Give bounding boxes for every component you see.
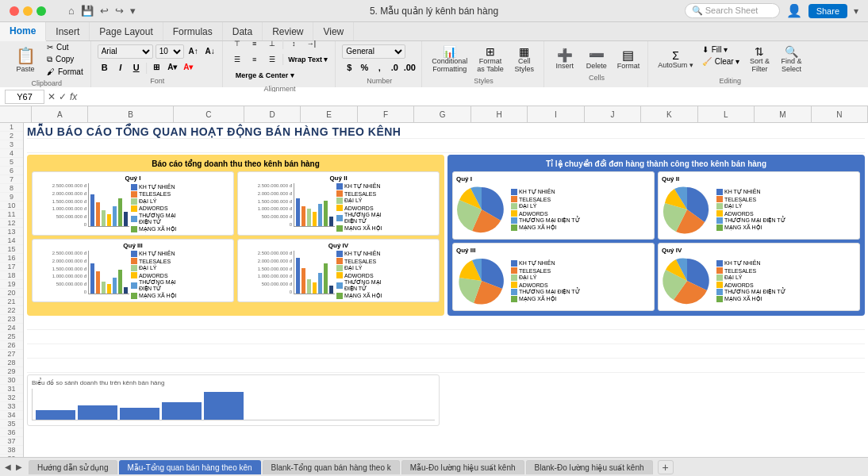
- number-format-select[interactable]: General: [342, 44, 405, 59]
- align-left-button[interactable]: ☰: [229, 52, 245, 67]
- font-size-select[interactable]: 10: [156, 44, 184, 59]
- row-num-35[interactable]: 35: [0, 420, 23, 428]
- row-num-28[interactable]: 28: [0, 359, 23, 367]
- tab-scroll-right[interactable]: ▶: [14, 463, 24, 471]
- tab-scroll-left[interactable]: ◀: [3, 463, 13, 471]
- undo-icon[interactable]: ↩: [100, 5, 109, 17]
- row-num-31[interactable]: 31: [0, 385, 23, 393]
- wrap-text-button[interactable]: Wrap Text ▾: [286, 52, 330, 67]
- fill-button[interactable]: ⬇ Fill ▾: [700, 44, 743, 55]
- sheet-tab-2[interactable]: Mẫu-Tổng quan bán hàng theo kên: [119, 460, 261, 474]
- increase-font-button[interactable]: A↑: [186, 44, 201, 59]
- col-header-m[interactable]: M: [755, 106, 811, 122]
- border-button[interactable]: ⊞: [149, 60, 163, 75]
- col-header-c[interactable]: C: [174, 106, 244, 122]
- autosum-button[interactable]: Σ AutoSum ▾: [655, 44, 697, 75]
- row-num-16[interactable]: 16: [0, 254, 23, 263]
- tab-page-layout[interactable]: Page Layout: [90, 22, 163, 40]
- row-num-5[interactable]: 5: [0, 158, 23, 167]
- home-icon[interactable]: ⌂: [68, 5, 75, 17]
- format-button[interactable]: ▤ Format: [614, 48, 643, 71]
- row-num-25[interactable]: 25: [0, 332, 23, 341]
- align-top-button[interactable]: ⊤: [229, 36, 245, 51]
- row-num-9[interactable]: 9: [0, 193, 23, 202]
- align-bottom-button[interactable]: ⊥: [264, 36, 280, 51]
- tab-formulas[interactable]: Formulas: [163, 22, 223, 40]
- cancel-formula-icon[interactable]: ✕: [48, 91, 56, 102]
- row-num-33[interactable]: 33: [0, 402, 23, 411]
- row-num-21[interactable]: 21: [0, 298, 23, 306]
- currency-button[interactable]: $: [342, 60, 356, 75]
- insert-button[interactable]: ➕ Insert: [551, 48, 579, 71]
- sheet-tab-4[interactable]: Mẫu-Đo lường hiệu suất kênh: [401, 460, 524, 474]
- row-num-38[interactable]: 38: [0, 446, 23, 455]
- insert-function-icon[interactable]: fx: [70, 91, 77, 102]
- col-header-k[interactable]: K: [641, 106, 697, 122]
- col-header-e[interactable]: E: [301, 106, 357, 122]
- row-num-14[interactable]: 14: [0, 236, 23, 245]
- decrease-decimal-button[interactable]: .0: [387, 60, 401, 75]
- bold-button[interactable]: B: [98, 60, 112, 75]
- row-num-7[interactable]: 7: [0, 175, 23, 184]
- row-num-3[interactable]: 3: [0, 140, 23, 149]
- decrease-font-button[interactable]: A↓: [203, 44, 217, 59]
- row-num-18[interactable]: 18: [0, 271, 23, 280]
- sort-filter-button[interactable]: ⇅ Sort & Filter: [745, 44, 774, 75]
- col-header-a[interactable]: A: [32, 106, 88, 122]
- row-num-10[interactable]: 10: [0, 202, 23, 210]
- row-num-8[interactable]: 8: [0, 184, 23, 193]
- cell-styles-button[interactable]: ▦ Cell Styles: [510, 44, 539, 75]
- close-button[interactable]: [10, 6, 19, 16]
- maximize-button[interactable]: [36, 6, 46, 16]
- fill-color-button[interactable]: A▾: [165, 60, 179, 75]
- row-num-15[interactable]: 15: [0, 245, 23, 254]
- conditional-formatting-button[interactable]: 📊 Conditional Formatting: [428, 44, 470, 75]
- merge-center-button[interactable]: Merge & Center ▾: [229, 68, 301, 83]
- row-num-29[interactable]: 29: [0, 367, 23, 376]
- tab-insert[interactable]: Insert: [46, 22, 90, 40]
- more-icon[interactable]: ▾: [130, 5, 136, 17]
- row-num-24[interactable]: 24: [0, 324, 23, 332]
- save-icon[interactable]: 💾: [81, 5, 94, 17]
- text-direction-button[interactable]: ↕: [286, 36, 301, 51]
- align-middle-button[interactable]: ≡: [247, 36, 263, 51]
- col-header-n[interactable]: N: [812, 106, 868, 122]
- row-num-34[interactable]: 34: [0, 411, 23, 420]
- search-box[interactable]: 🔍 Search Sheet: [685, 3, 780, 18]
- find-select-button[interactable]: 🔍 Find & Select: [777, 44, 805, 75]
- col-header-g[interactable]: G: [414, 106, 470, 122]
- confirm-formula-icon[interactable]: ✓: [59, 91, 67, 102]
- row-num-37[interactable]: 37: [0, 437, 23, 446]
- tab-home[interactable]: Home: [0, 22, 46, 41]
- formula-input[interactable]: [80, 92, 863, 102]
- minimize-button[interactable]: [23, 6, 33, 16]
- row-num-2[interactable]: 2: [0, 132, 23, 140]
- row-num-22[interactable]: 22: [0, 306, 23, 315]
- row-num-20[interactable]: 20: [0, 289, 23, 298]
- underline-button[interactable]: U: [129, 60, 144, 75]
- copy-button[interactable]: ⧉ Copy: [44, 54, 86, 65]
- add-sheet-button[interactable]: +: [658, 460, 674, 474]
- cut-button[interactable]: ✂ Cut: [44, 42, 86, 52]
- indent-button[interactable]: →|: [303, 36, 319, 51]
- row-num-23[interactable]: 23: [0, 315, 23, 324]
- font-color-button[interactable]: A▾: [181, 60, 195, 75]
- percent-button[interactable]: %: [357, 60, 371, 75]
- cell-reference-input[interactable]: [5, 90, 44, 104]
- redo-icon[interactable]: ↪: [115, 5, 124, 17]
- row-num-26[interactable]: 26: [0, 341, 23, 350]
- col-header-d[interactable]: D: [244, 106, 301, 122]
- row-num-17[interactable]: 17: [0, 263, 23, 271]
- row-num-13[interactable]: 13: [0, 228, 23, 236]
- font-family-select[interactable]: Arial: [98, 44, 153, 59]
- sheet-tab-5[interactable]: Blank-Đo lường hiệu suất kênh: [526, 460, 653, 474]
- row-num-32[interactable]: 32: [0, 393, 23, 402]
- format-painter-button[interactable]: 🖌 Format: [44, 67, 86, 77]
- collapse-icon[interactable]: ▾: [854, 6, 858, 17]
- row-num-36[interactable]: 36: [0, 428, 23, 437]
- row-num-30[interactable]: 30: [0, 376, 23, 385]
- row-num-12[interactable]: 12: [0, 219, 23, 228]
- paste-button[interactable]: 📋 Paste: [8, 44, 43, 75]
- delete-button[interactable]: ➖ Delete: [582, 48, 611, 71]
- col-header-b[interactable]: B: [88, 106, 173, 122]
